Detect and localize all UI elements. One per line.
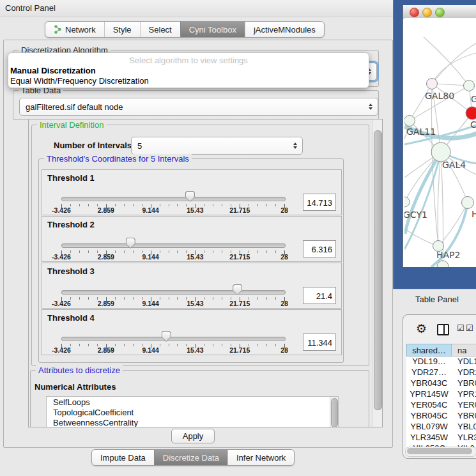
table-row[interactable]: YER054CYER0 [406,400,476,411]
tab-select[interactable]: Select [140,22,180,37]
network-node[interactable] [464,81,475,91]
tick-label: 9.144 [142,253,158,261]
tick-label: 15.43 [187,253,203,261]
network-canvas[interactable]: GAL80GACGAL11GAL4GCY1HHAP2 [404,18,476,267]
cell-shared-name[interactable]: YER054C [406,400,452,411]
menu-item-equal-width-frequency[interactable]: Equal Width/Frequency Discretization [10,76,149,86]
attributes-to-discretize-group: Attributes to discretize Numerical Attri… [30,370,369,427]
threshold-1-label: Threshold 1 [47,173,95,183]
table-row[interactable]: YDR27…YDR2 [406,367,476,378]
network-node[interactable] [427,79,438,89]
zoom-button[interactable] [435,8,445,17]
menu-item-manual-discretization[interactable]: Manual Discretization [10,66,96,75]
slider-tick-labels: -3.4262.8599.14415.4321.71528 [61,346,284,354]
node-label: GA [471,94,476,104]
threshold-3-slider-track[interactable] [61,290,286,295]
attribute-list-item[interactable]: BetweennessCentrality [47,417,338,427]
checkbox-icon[interactable]: ☑ [466,323,473,333]
cell-name[interactable]: YDL1 [452,357,476,367]
number-of-intervals-value: 5 [137,141,142,151]
split-panel-icon[interactable] [437,324,449,335]
network-node[interactable] [404,116,415,127]
cell-name[interactable]: YPR1 [452,389,476,400]
threshold-1-slider-track[interactable] [61,197,286,201]
dropdown-hint: Select algorithm to view settings [8,56,369,65]
table-row[interactable]: YDL19…YDL1 [406,357,476,367]
table-panel-title: Table Panel [415,295,459,304]
cell-shared-name[interactable]: YBR045C [406,411,452,422]
network-node[interactable] [466,107,476,119]
panel-scrollbar-thumb[interactable] [374,130,382,410]
cell-shared-name[interactable]: YBL079W [406,422,452,433]
threshold-2-slider-track[interactable] [61,243,286,248]
network-node[interactable] [462,197,474,209]
screen: Control Panel ✕ Network Style Select Cyn… [0,0,476,476]
network-node[interactable] [431,142,450,162]
threshold-coordinates-group: Threshold's Coordinates for 5 Intervals … [38,158,344,363]
slider-tick-labels: -3.4262.8599.14415.4321.71528 [61,300,284,307]
table-body: YDL19…YDL1YDR27…YDR2YBR043CYBR0YPR145WYP… [406,357,476,447]
table-row[interactable]: YLR345WYLR3 [406,433,476,443]
network-icon [54,25,62,34]
interval-definition-group: Interval Definition Number of Intervals … [31,125,369,366]
tick-label: 28 [280,253,288,261]
list-scrollbar[interactable] [330,397,338,427]
network-node[interactable] [404,197,410,207]
tab-infer-network[interactable]: Infer Network [227,450,294,465]
table-row[interactable]: YPR145WYPR1 [406,389,476,400]
network-view-window: GAL80GACGAL11GAL4GCY1HHAP2 [403,5,476,267]
threshold-3-value-field[interactable]: 21.4 [303,287,336,304]
tab-network[interactable]: Network [45,22,104,37]
table-hscrollbar-thumb[interactable] [407,448,472,454]
attribute-list-item[interactable]: TopologicalCoefficient [47,407,338,417]
tab-cyni-toolbox[interactable]: Cyni Toolbox [180,22,245,37]
checkbox-icon[interactable]: ☑ [457,323,464,333]
cell-shared-name[interactable]: YLR345W [406,433,452,443]
tab-discretize-data[interactable]: Discretize Data [154,450,227,465]
panel-scrollbar[interactable] [372,119,383,427]
apply-button[interactable]: Apply [171,429,215,443]
numerical-attributes-list[interactable]: SelfLoopsTopologicalCoefficientBetweenne… [46,396,339,427]
tab-style[interactable]: Style [104,22,140,37]
tick-label: -3.426 [52,346,71,354]
settings-scrollpane: Interval Definition Number of Intervals … [28,119,383,427]
cell-shared-name[interactable]: YBR043C [406,378,452,389]
table-hscrollbar[interactable] [405,447,476,457]
tick-label: 15.43 [187,346,203,354]
column-header-shared-name[interactable]: shared… [406,344,452,357]
tick-label: -3.426 [52,206,71,214]
column-header-name[interactable]: na [452,344,476,357]
cell-name[interactable]: YBR0 [452,378,476,389]
table-data-combo[interactable]: galFiltered.sif default node [19,98,378,116]
attribute-list-item[interactable]: SelfLoops [47,397,338,407]
cell-name[interactable]: YLR3 [452,433,476,443]
threshold-2-value-field[interactable]: 6.316 [303,240,336,257]
threshold-1-value-field[interactable]: 14.713 [303,194,336,211]
table-row[interactable]: YBR045CYBR0 [406,411,476,422]
table-data-combo-value: galFiltered.sif default node [26,102,123,112]
close-button[interactable] [410,8,419,17]
threshold-4-value-field[interactable]: 11.344 [303,334,336,351]
cell-name[interactable]: YBR0 [452,411,476,422]
tab-jactivemnodules[interactable]: jActiveMNodules [245,22,324,37]
tab-impute-data[interactable]: Impute Data [92,450,154,465]
cell-name[interactable]: YBL0 [452,422,476,433]
cell-name[interactable]: YER0 [452,400,476,411]
combo-arrows-icon [369,104,372,110]
cell-name[interactable]: YDR2 [452,367,476,378]
threshold-4-slider-track[interactable] [61,337,286,341]
gear-icon[interactable]: ⚙ [416,321,427,336]
number-of-intervals-combo[interactable]: 5 [131,137,303,155]
algorithm-dropdown-popup: Select algorithm to view settings Manual… [8,52,369,88]
table-row[interactable]: YBR043CYBR0 [406,378,476,389]
minimize-button[interactable] [422,8,432,17]
table-row[interactable]: YBL079WYBL0 [406,422,476,433]
attributes-to-discretize-title: Attributes to discretize [36,365,123,375]
node-label: HAP2 [436,250,460,260]
cell-shared-name[interactable]: YDR27… [406,367,452,378]
cell-shared-name[interactable]: YDL19… [406,357,452,367]
network-window-titlebar [403,5,476,19]
tick-label: 9.144 [142,206,158,214]
cell-shared-name[interactable]: YPR145W [406,389,452,400]
panel-title: Control Panel [5,3,56,13]
